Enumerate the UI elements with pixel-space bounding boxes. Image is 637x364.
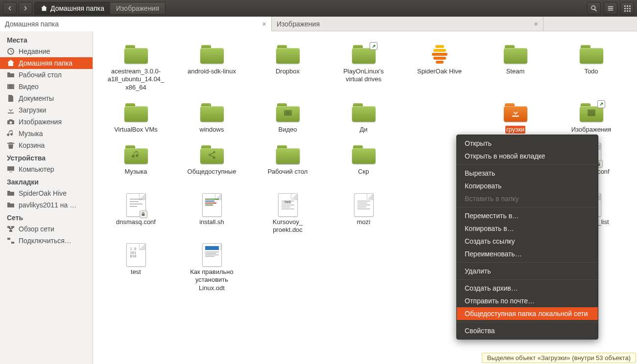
grid-item[interactable]: windows [174, 99, 250, 141]
grid-item[interactable]: android-sdk-linux [174, 41, 250, 99]
sidebar-item[interactable]: Домашняя папка [0, 57, 93, 69]
grid-item[interactable]: Steam [477, 41, 553, 99]
video-icon [7, 83, 15, 91]
sidebar-item-label: Изображения [19, 118, 62, 126]
tab[interactable]: Изображения× [272, 17, 543, 31]
grid-item[interactable]: acestream_3.0.0-a18_ubuntu_14.04_x86_64 [98, 41, 174, 99]
item-icon [199, 143, 225, 166]
menu-item[interactable]: Переименовать… [457, 248, 598, 260]
sidebar-item-label: Обзор сети [19, 225, 54, 233]
sidebar-item[interactable]: Недавние [0, 46, 93, 57]
grid-item[interactable]: mozi [326, 192, 401, 242]
item-icon [503, 101, 528, 124]
doc-icon [7, 94, 15, 102]
grid-item[interactable]: Рабочий стол [250, 141, 326, 192]
sidebar-item[interactable]: SpiderOak Hive [0, 187, 93, 199]
grid-item[interactable]: Как правильно установить Linux.odt [174, 242, 250, 300]
menu-item[interactable]: Копировать [457, 180, 598, 192]
sidebar-item[interactable]: Документы [0, 92, 93, 104]
item-label: Рабочий стол [267, 168, 309, 176]
item-label: Изображения [570, 126, 613, 134]
trash-icon [7, 141, 15, 149]
sidebar-item[interactable]: Рабочий стол [0, 69, 93, 81]
grid-icon [624, 5, 631, 12]
apps-button[interactable] [620, 2, 634, 15]
grid-item[interactable]: Dropbox [250, 41, 326, 99]
grid-item[interactable]: Todo [553, 41, 629, 99]
sidebar-item[interactable]: Подключиться… [0, 235, 93, 247]
item-label: SpiderOak Hive [416, 68, 463, 75]
sidebar-item[interactable]: Изображения [0, 116, 93, 128]
menu-item[interactable]: Открыть в новой вкладке [457, 150, 598, 162]
sidebar-item[interactable]: Обзор сети [0, 223, 93, 235]
tab-bar: Домашняя папка×Изображения× [0, 17, 637, 31]
menu-item[interactable]: Отправить по почте… [457, 295, 598, 307]
sidebar-item[interactable]: Видео [0, 81, 93, 92]
item-icon [579, 43, 604, 66]
close-icon[interactable]: × [262, 20, 266, 28]
menu-item[interactable]: Общедоступная папка локальной сети [457, 307, 598, 320]
item-label: Dropbox [275, 68, 301, 75]
nav-back-button[interactable] [3, 2, 17, 15]
sidebar-item[interactable]: Компьютер [0, 163, 93, 175]
item-label: Kursovoy_proekt.doc [272, 218, 304, 234]
menu-item[interactable]: Переместить в… [457, 209, 598, 222]
grid-item[interactable]: install.sh [174, 192, 250, 242]
sidebar-heading: Устройства [0, 151, 93, 163]
sidebar-item-label: Корзина [19, 141, 45, 149]
menu-item[interactable]: Удалить [457, 265, 598, 277]
grid-item[interactable]: Скр [326, 141, 401, 192]
item-icon [503, 43, 528, 66]
close-icon[interactable]: × [534, 20, 538, 28]
grid-item[interactable]: Ди [326, 99, 401, 141]
sidebar-item[interactable]: Музыка [0, 128, 93, 139]
sidebar-item[interactable]: Корзина [0, 139, 93, 151]
link-badge-icon: ↗ [370, 42, 377, 50]
hive-icon [430, 45, 449, 64]
item-label: Музыка [124, 168, 148, 176]
grid-item[interactable]: ↗PlayOnLinux's virtual drives [326, 41, 401, 99]
status-bar: Выделен объект «Загрузки» (внутри 53 объ… [482, 353, 636, 363]
item-icon [275, 143, 301, 166]
grid-item[interactable]: 1 0101010test [98, 242, 174, 300]
search-button[interactable] [587, 2, 601, 15]
menu-item[interactable]: Свойства [457, 324, 598, 337]
item-icon [123, 143, 149, 166]
menu-button[interactable] [604, 2, 617, 15]
menu-item[interactable]: Создать архив… [457, 282, 598, 295]
grid-item[interactable]: VirtualBox VMs [98, 99, 174, 141]
menu-separator [457, 164, 598, 165]
breadcrumb-item[interactable]: Изображения [110, 2, 165, 14]
menu-item[interactable]: Открыть [457, 137, 598, 150]
grid-item[interactable]: dnsmasq.conf [98, 192, 174, 242]
breadcrumb-item[interactable]: Домашняя папка [35, 2, 110, 14]
menu-item[interactable]: Копировать в… [457, 222, 598, 235]
network-icon [7, 225, 15, 233]
menu-item[interactable]: Вырезать [457, 167, 598, 180]
menu-item[interactable]: Создать ссылку [457, 235, 598, 248]
sidebar-item[interactable]: Загрузки [0, 104, 93, 116]
toolbar: Домашняя папкаИзображения [0, 0, 637, 17]
tab[interactable]: Домашняя папка× [0, 17, 272, 31]
grid-item[interactable]: Музыка [98, 141, 174, 192]
sidebar-heading: Сеть [0, 211, 93, 223]
item-icon [199, 101, 225, 124]
connect-icon [7, 237, 15, 245]
item-icon [427, 43, 452, 66]
item-icon [351, 143, 377, 166]
sidebar-item[interactable]: pavlikys2011 на … [0, 199, 93, 211]
sidebar-item-label: Документы [19, 94, 54, 102]
item-icon [351, 101, 377, 124]
grid-item[interactable]: SpiderOak Hive [401, 41, 477, 99]
item-icon [123, 101, 149, 124]
nav-forward-button[interactable] [19, 2, 32, 15]
menu-separator [457, 322, 598, 322]
item-label: acestream_3.0.0-a18_ubuntu_14.04_x86_64 [107, 68, 165, 91]
folder-icon [7, 71, 15, 79]
item-label: Ди [358, 126, 368, 134]
sidebar-item-label: Загрузки [19, 106, 46, 114]
grid-item[interactable]: Kursovoy_proekt.doc [250, 192, 326, 242]
grid-item[interactable]: Общедоступные [174, 141, 250, 192]
grid-item[interactable]: Видео [250, 99, 326, 141]
folder-icon [7, 189, 15, 197]
